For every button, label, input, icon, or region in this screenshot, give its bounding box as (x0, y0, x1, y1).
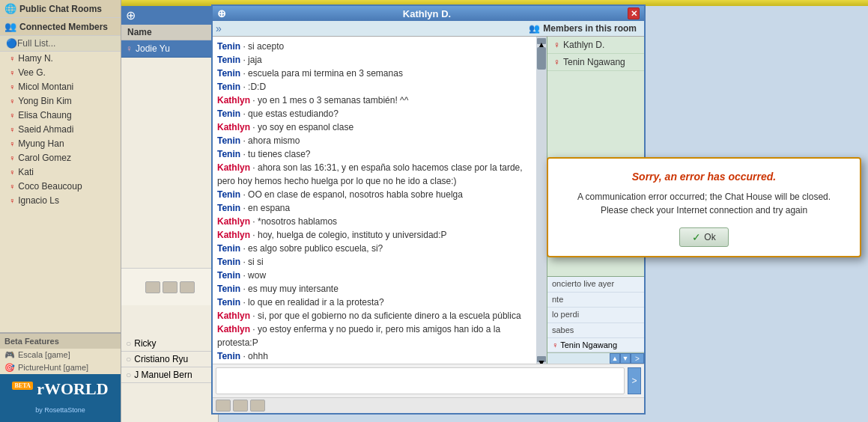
beta-section-header: Beta Features (0, 332, 121, 349)
msg-16: Tenin · wow (217, 269, 542, 282)
jodie-yu-name: Jodie Yu (136, 43, 170, 54)
tenin-person-row[interactable]: ♀ Tenin Ngawang (547, 338, 644, 352)
chat-mini-btn-3[interactable] (250, 400, 265, 412)
chat-rooms-icon: 🌐 (4, 3, 16, 14)
jmanuel-avatar-icon: ○ (126, 370, 131, 380)
side-scroll-controls: ▲ ▼ > (547, 352, 644, 364)
close-button[interactable]: ✕ (628, 7, 640, 19)
speaker-4: Kathlyn (217, 95, 250, 106)
member-elisa[interactable]: ♀Elisa Chaung (0, 108, 121, 123)
speaker-17: Tenin (217, 284, 240, 294)
sidebar-public-chat-rooms[interactable]: 🌐 Public Chat Rooms (0, 0, 121, 18)
lrc-item-0: oncierto live ayer (547, 277, 644, 292)
speaker-14: Tenin (217, 243, 240, 254)
text-11: · en espana (240, 203, 290, 213)
side-scroll-up[interactable]: ▲ (610, 353, 620, 364)
speaker-1: Tenin (217, 55, 240, 65)
member-coco[interactable]: ♀Coco Beaucoup (0, 180, 121, 194)
lower-members: ○ Ricky ○ Cristiano Ryu ○ J Manuel Bern (121, 336, 218, 383)
ok-check-icon: ✓ (692, 231, 701, 243)
chat-mini-btn-2[interactable] (233, 400, 248, 412)
member-name: Carol Gomez (18, 153, 71, 163)
sidebar: 🌐 Public Chat Rooms 👥 Connected Members … (0, 0, 121, 422)
kathlyn-name: Kathlyn D. (563, 40, 604, 50)
text-6: · yo soy en espanol clase (250, 122, 353, 132)
text-17: · es muy muy intersante (240, 284, 339, 294)
member-carol[interactable]: ♀Carol Gomez (0, 151, 121, 165)
jmanuel-row[interactable]: ○ J Manuel Bern (121, 367, 218, 383)
sidebar-connected-members[interactable]: 👥 Connected Members (0, 18, 121, 36)
chat-input-field[interactable] (216, 367, 625, 394)
beta-picturehunt[interactable]: 🎯 PictureHunt [game] (0, 361, 121, 374)
member-name: Ignacio Ls (18, 195, 59, 206)
crm-tenin[interactable]: ♀ Tenin Ngawang (547, 54, 644, 71)
member-name: Kati (18, 167, 34, 177)
logo-main: rWORLD (37, 379, 108, 398)
member-name: Myung Han (18, 138, 64, 149)
text-9: · ahora son las 16:31, y en españa solo … (217, 162, 523, 186)
sidebar-full-list[interactable]: 🔵 Full List... (0, 36, 121, 52)
text-5: · que estas estudiando? (240, 108, 339, 119)
lower-side-chat: oncierto live ayer nte lo perdi sabes ♀ … (547, 276, 644, 364)
member-vee[interactable]: ♀Vee G. (0, 66, 121, 80)
text-20: · yo estoy enferma y no puedo ir, pero m… (217, 324, 500, 348)
mini-btn-2[interactable] (163, 281, 177, 293)
text-21: · ohhh (240, 351, 268, 361)
member-yong[interactable]: ♀Yong Bin Kim (0, 94, 121, 108)
member-myung[interactable]: ♀Myung Han (0, 137, 121, 151)
full-list-label: Full List... (17, 38, 55, 49)
text-7: · ahora mismo (240, 135, 300, 146)
public-chat-rooms-label: Public Chat Rooms (19, 4, 102, 14)
member-ignacio[interactable]: ♀Ignacio Ls (0, 194, 121, 208)
text-14: · es algo sobre publico escuela, si? (240, 243, 383, 254)
member-micol[interactable]: ♀Micol Montani (0, 80, 121, 94)
lrc-item-1: nte (547, 293, 644, 308)
member-hamy[interactable]: ♀Hamy N. (0, 52, 121, 66)
member-kati[interactable]: ♀Kati (0, 165, 121, 180)
chat-mini-btn-1[interactable] (216, 400, 231, 412)
member-name: Yong Bin Kim (18, 96, 72, 106)
msg-17: Tenin · es muy muy intersante (217, 282, 542, 296)
nav-double-arrow[interactable]: » (216, 22, 222, 34)
cristiano-name: Cristiano Ryu (134, 354, 188, 364)
main-panel: ⊕ Name ♀ Jodie Yu Vidal · hola ○ Ricky ○… (121, 6, 219, 422)
add-bar[interactable]: ⊕ (121, 6, 218, 25)
speaker-6: Kathlyn (217, 122, 250, 132)
msg-2: Tenin · escuela para mi termina en 3 sem… (217, 67, 542, 80)
member-saeid[interactable]: ♀Saeid Ahmadi (0, 123, 121, 137)
text-19: · si, por que el gobierno no da suficien… (250, 311, 521, 321)
tenin-side-gender: ♀ (552, 340, 558, 349)
chat-bottom-buttons (213, 397, 644, 413)
beta-escala[interactable]: 🎮 Escala [game] (0, 349, 121, 361)
msg-0: Tenin · si acepto (217, 40, 542, 53)
chat-nav-bar: » 👥 Members in this room (213, 21, 644, 37)
text-2: · escuela para mi termina en 3 semanas (240, 68, 403, 79)
mini-btn-3[interactable] (180, 281, 195, 293)
fulllist-icon: 🔵 (6, 38, 17, 49)
ricky-row[interactable]: ○ Ricky (121, 336, 218, 352)
msg-9: Kathlyn · ahora son las 16:31, y en espa… (217, 161, 542, 188)
speaker-5: Tenin (217, 108, 240, 119)
escala-label: Escala [game] (18, 350, 70, 359)
kathlyn-gender-icon: ♀ (553, 40, 560, 50)
side-scroll-down[interactable]: ▼ (620, 353, 631, 364)
name-column-header: Name (127, 27, 152, 37)
chat-titlebar: ⊕ Kathlyn D. ✕ (213, 6, 644, 21)
chat-scrollbar[interactable]: ▲ ▼ (536, 37, 547, 364)
scroll-thumb[interactable] (537, 47, 546, 70)
speaker-13: Kathlyn (217, 230, 250, 240)
side-send-btn[interactable]: > (631, 353, 644, 364)
cristiano-row[interactable]: ○ Cristiano Ryu (121, 352, 218, 367)
scroll-down-btn[interactable]: ▼ (537, 356, 546, 362)
error-ok-button[interactable]: ✓ Ok (679, 227, 728, 247)
beta-label: Beta Features (4, 337, 59, 346)
chat-send-button[interactable]: > (628, 367, 641, 394)
mini-btn-1[interactable] (145, 281, 160, 293)
msg-15: Tenin · si si (217, 255, 542, 269)
text-10: · OO en clase de espanol, nosotros habla… (240, 189, 463, 200)
speaker-9: Kathlyn (217, 162, 250, 173)
jodie-yu-row[interactable]: ♀ Jodie Yu (121, 40, 218, 58)
scroll-up-btn[interactable]: ▲ (537, 38, 546, 44)
crm-kathlyn[interactable]: ♀ Kathlyn D. (547, 37, 644, 54)
picturehunt-icon: 🎯 (4, 363, 15, 373)
